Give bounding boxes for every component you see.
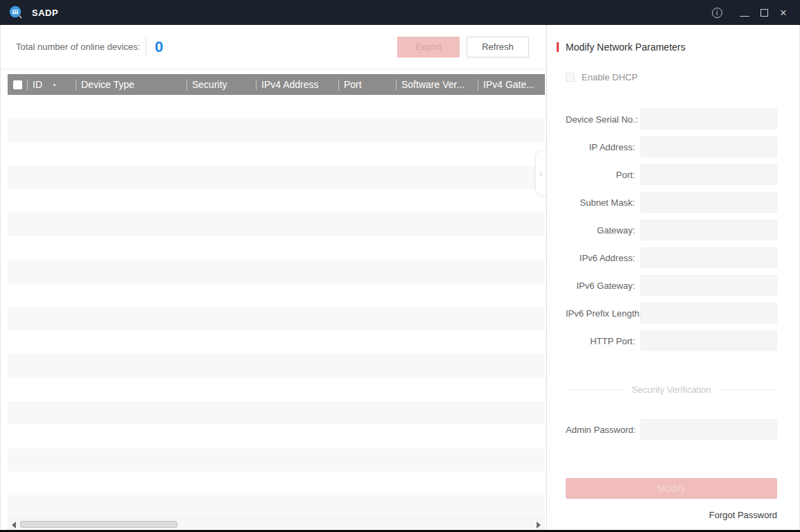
ipv6-address-input[interactable] [641,247,777,268]
field-row-gateway: Gateway: [566,220,777,240]
field-row-device-serial: Device Serial No.: [566,109,777,130]
select-all-checkbox[interactable] [8,74,27,95]
close-button[interactable]: ✕ [774,3,793,22]
device-serial-input[interactable] [641,109,777,130]
table-row [8,401,545,425]
column-header-software-version[interactable]: Software Ver... [396,74,478,95]
gateway-label: Gateway: [566,225,635,236]
device-list-area: Total number of online devices: 0 Export… [1,25,546,530]
table-row [8,354,545,378]
red-accent-bar [557,42,559,52]
column-header-device-type[interactable]: Device Type [76,74,186,95]
forgot-password-link[interactable]: Forgot Password [709,510,777,520]
modify-button[interactable]: Modify [566,478,777,499]
table-row [8,118,545,142]
ipv6-prefix-length-label: IPv6 Prefix Length: [566,308,635,319]
table-row [8,260,545,283]
scroll-right-icon[interactable] [537,522,541,529]
scroll-left-icon[interactable] [12,522,16,529]
table-row [8,307,545,330]
field-row-ipv6-gateway: IPv6 Gateway: [566,275,777,296]
field-row-ipv6-address: IPv6 Address: [566,247,777,268]
online-devices-count: 0 [155,38,163,56]
field-row-subnet-mask: Subnet Mask: [566,192,777,213]
admin-password-input[interactable] [641,419,777,440]
minimize-button[interactable]: — [735,3,754,22]
ip-address-label: IP Address: [566,142,635,152]
info-icon[interactable]: i [707,3,727,22]
stats-divider [146,37,146,57]
panel-title: Modify Network Parameters [566,42,686,53]
gateway-input[interactable] [641,220,777,240]
table-row [8,330,545,354]
main-content: Total number of online devices: 0 Export… [0,25,800,530]
column-header-id[interactable]: ID▲ [27,74,76,95]
table-header: ID▲ Device Type Security IPv4 Address Po… [8,74,545,95]
table-row [8,95,545,118]
maximize-button[interactable] [754,3,774,22]
sort-asc-icon: ▲ [52,82,57,87]
ipv6-gateway-label: IPv6 Gateway: [566,281,635,291]
device-table: ID▲ Device Type Security IPv4 Address Po… [1,69,546,518]
subnet-mask-label: Subnet Mask: [566,197,635,208]
ipv6-address-label: IPv6 Address: [566,253,635,263]
ipv6-gateway-input[interactable] [641,275,777,296]
security-verification-divider: Security Verification [566,384,777,395]
field-row-http-port: HTTP Port: [566,330,777,351]
title-bar: SADP i — ✕ [0,0,800,25]
table-row [8,283,545,307]
column-header-ipv4-gateway[interactable]: IPv4 Gate... [478,74,545,95]
column-header-security[interactable]: Security [186,74,256,95]
port-label: Port: [566,170,635,180]
table-row [8,378,545,401]
table-row [8,495,545,518]
scrollbar-thumb[interactable] [20,521,177,528]
horizontal-scrollbar[interactable] [8,518,545,530]
table-row [8,448,545,472]
online-devices-label: Total number of online devices: [16,42,140,52]
ipv6-prefix-length-input[interactable] [641,303,777,323]
device-serial-label: Device Serial No.: [566,114,635,125]
app-title: SADP [32,8,58,18]
http-port-label: HTTP Port: [566,336,635,346]
dhcp-checkbox[interactable] [566,73,575,82]
network-fields: Device Serial No.: IP Address: Port: Sub… [566,109,777,351]
sadp-window: SADP i — ✕ Total number of online device… [0,0,800,532]
chevron-right-icon: › [539,168,542,179]
table-row [8,166,545,189]
table-row [8,425,545,448]
table-row [8,213,545,236]
column-header-ipv4-address[interactable]: IPv4 Address [256,74,338,95]
field-row-ipv6-prefix-length: IPv6 Prefix Length: [566,303,777,323]
export-button[interactable]: Export [397,37,460,57]
http-port-input[interactable] [641,330,777,351]
table-row [8,189,545,213]
checkbox-icon [13,80,22,89]
sadp-logo-icon [8,5,24,20]
table-body [8,95,545,518]
forgot-password-row: Forgot Password [566,508,777,521]
admin-password-label: Admin Password: [566,425,635,435]
refresh-button[interactable]: Refresh [467,37,529,57]
table-row [8,472,545,495]
field-row-ip-address: IP Address: [566,136,777,157]
stats-bar: Total number of online devices: 0 Export… [1,25,546,69]
enable-dhcp-row: Enable DHCP [566,72,777,82]
field-row-port: Port: [566,164,777,185]
field-row-admin-password: Admin Password: [566,419,777,440]
table-row [8,142,545,166]
ip-address-input[interactable] [641,136,777,157]
column-header-port[interactable]: Port [338,74,396,95]
maximize-icon [760,9,768,17]
panel-title-row: Modify Network Parameters [557,42,777,53]
panel-collapse-handle[interactable]: › [535,150,546,196]
subnet-mask-input[interactable] [641,192,777,213]
dhcp-label: Enable DHCP [582,72,638,82]
port-input[interactable] [641,164,777,185]
table-row [8,236,545,260]
modify-network-panel: Modify Network Parameters Enable DHCP De… [546,25,799,530]
